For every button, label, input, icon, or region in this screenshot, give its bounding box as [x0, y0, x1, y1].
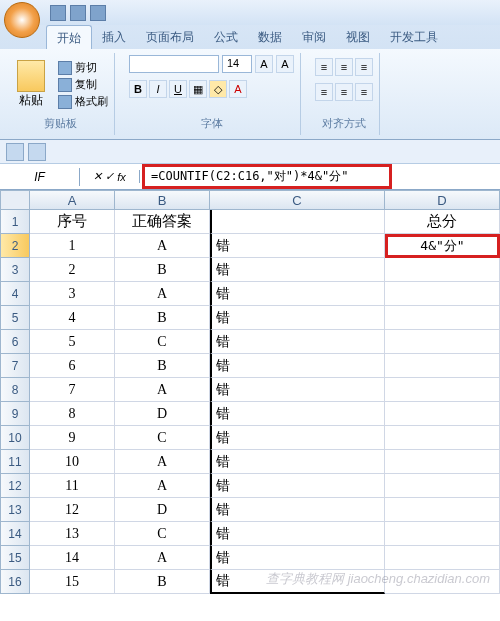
tab-开始[interactable]: 开始 — [46, 25, 92, 49]
cell[interactable]: 错 — [210, 498, 385, 522]
cell[interactable]: 6 — [30, 354, 115, 378]
name-box[interactable]: IF — [0, 168, 80, 186]
font-color-button[interactable]: A — [229, 80, 247, 98]
cell[interactable]: 5 — [30, 330, 115, 354]
underline-button[interactable]: U — [169, 80, 187, 98]
cell[interactable] — [385, 354, 500, 378]
office-button[interactable] — [4, 2, 40, 38]
cell[interactable]: 13 — [30, 522, 115, 546]
cell[interactable]: 7 — [30, 378, 115, 402]
cell[interactable]: 4 — [30, 306, 115, 330]
row-header[interactable]: 16 — [0, 570, 30, 594]
cell[interactable]: 1 — [30, 234, 115, 258]
cell[interactable] — [210, 210, 385, 234]
cell[interactable] — [385, 330, 500, 354]
row-header[interactable]: 9 — [0, 402, 30, 426]
cell[interactable]: A — [115, 450, 210, 474]
cell[interactable]: 8 — [30, 402, 115, 426]
cell[interactable] — [385, 306, 500, 330]
cell[interactable]: 错 — [210, 570, 385, 594]
tab-数据[interactable]: 数据 — [248, 25, 292, 49]
column-header-A[interactable]: A — [30, 190, 115, 210]
cell[interactable]: 错 — [210, 378, 385, 402]
row-header[interactable]: 13 — [0, 498, 30, 522]
cell[interactable]: 2 — [30, 258, 115, 282]
paste-button[interactable]: 粘贴 — [12, 58, 50, 111]
cell[interactable] — [385, 378, 500, 402]
tab-插入[interactable]: 插入 — [92, 25, 136, 49]
cell[interactable]: 错 — [210, 522, 385, 546]
cell-D2[interactable]: 4&"分" — [385, 234, 500, 258]
cell[interactable]: 11 — [30, 474, 115, 498]
italic-button[interactable]: I — [149, 80, 167, 98]
cell[interactable]: 12 — [30, 498, 115, 522]
row-header[interactable]: 11 — [0, 450, 30, 474]
cell[interactable]: B — [115, 354, 210, 378]
cell[interactable]: A — [115, 546, 210, 570]
row-header[interactable]: 4 — [0, 282, 30, 306]
cell[interactable]: 总分 — [385, 210, 500, 234]
refresh-icon[interactable] — [28, 143, 46, 161]
cell[interactable]: C — [115, 426, 210, 450]
decrease-font-icon[interactable]: A — [276, 55, 294, 73]
cell[interactable] — [385, 570, 500, 594]
align-middle-icon[interactable]: ≡ — [335, 58, 353, 76]
cell[interactable]: 错 — [210, 402, 385, 426]
align-left-icon[interactable]: ≡ — [315, 83, 333, 101]
row-header[interactable]: 8 — [0, 378, 30, 402]
column-header-D[interactable]: D — [385, 190, 500, 210]
tab-视图[interactable]: 视图 — [336, 25, 380, 49]
format-painter-button[interactable]: 格式刷 — [58, 94, 108, 109]
cell[interactable]: 错 — [210, 234, 385, 258]
redo-icon[interactable] — [90, 5, 106, 21]
cell[interactable]: 10 — [30, 450, 115, 474]
tab-审阅[interactable]: 审阅 — [292, 25, 336, 49]
cell[interactable]: B — [115, 258, 210, 282]
formula-input[interactable]: =COUNTIF(C2:C16,"对")*4&"分" — [142, 164, 392, 189]
cell[interactable]: C — [115, 522, 210, 546]
cell[interactable]: A — [115, 234, 210, 258]
cell[interactable]: 错 — [210, 474, 385, 498]
cell[interactable]: 15 — [30, 570, 115, 594]
cell[interactable] — [385, 402, 500, 426]
select-all-corner[interactable] — [0, 190, 30, 210]
row-header[interactable]: 2 — [0, 234, 30, 258]
font-family-select[interactable] — [129, 55, 219, 73]
row-header[interactable]: 5 — [0, 306, 30, 330]
increase-font-icon[interactable]: A — [255, 55, 273, 73]
fx-icon[interactable]: fx — [117, 171, 126, 183]
font-size-select[interactable]: 14 — [222, 55, 252, 73]
cell[interactable] — [385, 498, 500, 522]
cell[interactable]: 错 — [210, 282, 385, 306]
cell[interactable]: 错 — [210, 354, 385, 378]
align-bottom-icon[interactable]: ≡ — [355, 58, 373, 76]
cell[interactable]: A — [115, 282, 210, 306]
cell[interactable] — [385, 474, 500, 498]
cell[interactable]: 错 — [210, 426, 385, 450]
cell[interactable]: 序号 — [30, 210, 115, 234]
cell[interactable]: 错 — [210, 258, 385, 282]
cell[interactable]: 9 — [30, 426, 115, 450]
row-header[interactable]: 6 — [0, 330, 30, 354]
cell[interactable] — [385, 522, 500, 546]
cell[interactable]: B — [115, 306, 210, 330]
row-header[interactable]: 15 — [0, 546, 30, 570]
align-center-icon[interactable]: ≡ — [335, 83, 353, 101]
cell[interactable] — [385, 258, 500, 282]
cell[interactable] — [385, 546, 500, 570]
row-header[interactable]: 12 — [0, 474, 30, 498]
row-header[interactable]: 7 — [0, 354, 30, 378]
column-header-B[interactable]: B — [115, 190, 210, 210]
tab-公式[interactable]: 公式 — [204, 25, 248, 49]
cell[interactable]: C — [115, 330, 210, 354]
align-top-icon[interactable]: ≡ — [315, 58, 333, 76]
align-right-icon[interactable]: ≡ — [355, 83, 373, 101]
cut-button[interactable]: 剪切 — [58, 60, 108, 75]
cell[interactable]: 错 — [210, 306, 385, 330]
row-header[interactable]: 10 — [0, 426, 30, 450]
cell[interactable]: 正确答案 — [115, 210, 210, 234]
copy-button[interactable]: 复制 — [58, 77, 108, 92]
row-header[interactable]: 14 — [0, 522, 30, 546]
undo-icon[interactable] — [70, 5, 86, 21]
tab-页面布局[interactable]: 页面布局 — [136, 25, 204, 49]
